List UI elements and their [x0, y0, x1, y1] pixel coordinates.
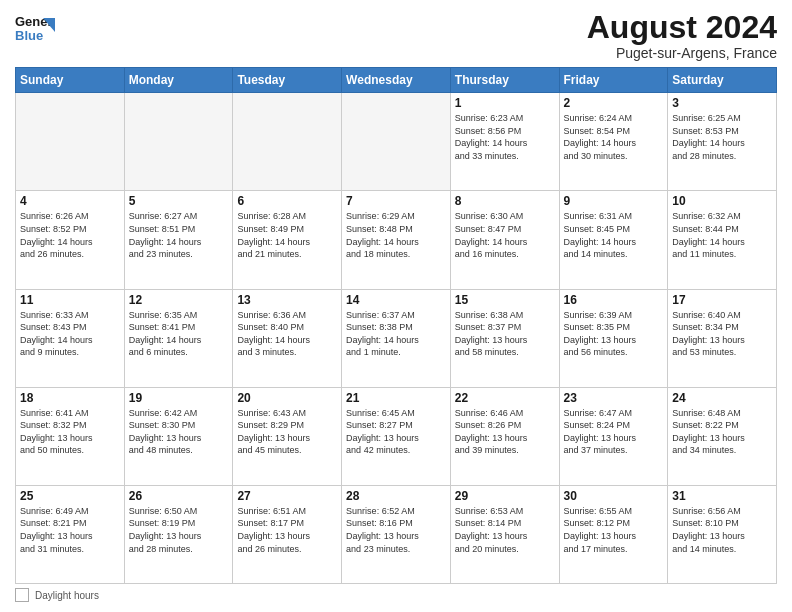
calendar-day-cell [124, 93, 233, 191]
day-number: 7 [346, 194, 446, 208]
day-info: Sunrise: 6:49 AM Sunset: 8:21 PM Dayligh… [20, 505, 120, 555]
calendar-day-cell [16, 93, 125, 191]
day-number: 18 [20, 391, 120, 405]
svg-text:Blue: Blue [15, 28, 43, 43]
day-number: 11 [20, 293, 120, 307]
calendar-week-row: 18Sunrise: 6:41 AM Sunset: 8:32 PM Dayli… [16, 387, 777, 485]
day-info: Sunrise: 6:30 AM Sunset: 8:47 PM Dayligh… [455, 210, 555, 260]
calendar-weekday-header: Friday [559, 68, 668, 93]
day-number: 16 [564, 293, 664, 307]
day-info: Sunrise: 6:27 AM Sunset: 8:51 PM Dayligh… [129, 210, 229, 260]
calendar-day-cell: 28Sunrise: 6:52 AM Sunset: 8:16 PM Dayli… [342, 485, 451, 583]
day-number: 26 [129, 489, 229, 503]
calendar-day-cell: 5Sunrise: 6:27 AM Sunset: 8:51 PM Daylig… [124, 191, 233, 289]
day-number: 21 [346, 391, 446, 405]
calendar-day-cell: 10Sunrise: 6:32 AM Sunset: 8:44 PM Dayli… [668, 191, 777, 289]
calendar-weekday-header: Tuesday [233, 68, 342, 93]
day-info: Sunrise: 6:43 AM Sunset: 8:29 PM Dayligh… [237, 407, 337, 457]
day-number: 3 [672, 96, 772, 110]
page: General Blue August 2024 Puget-sur-Argen… [0, 0, 792, 612]
calendar-week-row: 25Sunrise: 6:49 AM Sunset: 8:21 PM Dayli… [16, 485, 777, 583]
calendar-day-cell [233, 93, 342, 191]
day-info: Sunrise: 6:35 AM Sunset: 8:41 PM Dayligh… [129, 309, 229, 359]
calendar-day-cell: 26Sunrise: 6:50 AM Sunset: 8:19 PM Dayli… [124, 485, 233, 583]
day-info: Sunrise: 6:41 AM Sunset: 8:32 PM Dayligh… [20, 407, 120, 457]
day-info: Sunrise: 6:24 AM Sunset: 8:54 PM Dayligh… [564, 112, 664, 162]
day-number: 12 [129, 293, 229, 307]
day-info: Sunrise: 6:42 AM Sunset: 8:30 PM Dayligh… [129, 407, 229, 457]
day-info: Sunrise: 6:32 AM Sunset: 8:44 PM Dayligh… [672, 210, 772, 260]
calendar-day-cell: 16Sunrise: 6:39 AM Sunset: 8:35 PM Dayli… [559, 289, 668, 387]
day-info: Sunrise: 6:29 AM Sunset: 8:48 PM Dayligh… [346, 210, 446, 260]
day-number: 6 [237, 194, 337, 208]
calendar-day-cell: 23Sunrise: 6:47 AM Sunset: 8:24 PM Dayli… [559, 387, 668, 485]
calendar-day-cell: 19Sunrise: 6:42 AM Sunset: 8:30 PM Dayli… [124, 387, 233, 485]
calendar-day-cell: 22Sunrise: 6:46 AM Sunset: 8:26 PM Dayli… [450, 387, 559, 485]
calendar-day-cell: 4Sunrise: 6:26 AM Sunset: 8:52 PM Daylig… [16, 191, 125, 289]
day-info: Sunrise: 6:25 AM Sunset: 8:53 PM Dayligh… [672, 112, 772, 162]
calendar-day-cell: 21Sunrise: 6:45 AM Sunset: 8:27 PM Dayli… [342, 387, 451, 485]
calendar-day-cell: 15Sunrise: 6:38 AM Sunset: 8:37 PM Dayli… [450, 289, 559, 387]
day-info: Sunrise: 6:31 AM Sunset: 8:45 PM Dayligh… [564, 210, 664, 260]
calendar-weekday-header: Sunday [16, 68, 125, 93]
day-number: 17 [672, 293, 772, 307]
day-number: 4 [20, 194, 120, 208]
calendar-day-cell: 14Sunrise: 6:37 AM Sunset: 8:38 PM Dayli… [342, 289, 451, 387]
day-number: 2 [564, 96, 664, 110]
calendar-day-cell: 13Sunrise: 6:36 AM Sunset: 8:40 PM Dayli… [233, 289, 342, 387]
day-number: 10 [672, 194, 772, 208]
day-number: 24 [672, 391, 772, 405]
calendar-week-row: 1Sunrise: 6:23 AM Sunset: 8:56 PM Daylig… [16, 93, 777, 191]
day-number: 9 [564, 194, 664, 208]
day-info: Sunrise: 6:56 AM Sunset: 8:10 PM Dayligh… [672, 505, 772, 555]
calendar-day-cell: 9Sunrise: 6:31 AM Sunset: 8:45 PM Daylig… [559, 191, 668, 289]
calendar-day-cell: 18Sunrise: 6:41 AM Sunset: 8:32 PM Dayli… [16, 387, 125, 485]
day-info: Sunrise: 6:55 AM Sunset: 8:12 PM Dayligh… [564, 505, 664, 555]
calendar-day-cell: 12Sunrise: 6:35 AM Sunset: 8:41 PM Dayli… [124, 289, 233, 387]
day-number: 20 [237, 391, 337, 405]
day-info: Sunrise: 6:52 AM Sunset: 8:16 PM Dayligh… [346, 505, 446, 555]
logo: General Blue [15, 10, 55, 48]
day-number: 8 [455, 194, 555, 208]
day-number: 15 [455, 293, 555, 307]
day-info: Sunrise: 6:53 AM Sunset: 8:14 PM Dayligh… [455, 505, 555, 555]
calendar-day-cell: 6Sunrise: 6:28 AM Sunset: 8:49 PM Daylig… [233, 191, 342, 289]
calendar-header-row: SundayMondayTuesdayWednesdayThursdayFrid… [16, 68, 777, 93]
day-number: 25 [20, 489, 120, 503]
page-subtitle: Puget-sur-Argens, France [587, 45, 777, 61]
calendar-day-cell [342, 93, 451, 191]
calendar-weekday-header: Wednesday [342, 68, 451, 93]
logo-icon: General Blue [15, 10, 55, 48]
calendar-day-cell: 11Sunrise: 6:33 AM Sunset: 8:43 PM Dayli… [16, 289, 125, 387]
calendar-day-cell: 24Sunrise: 6:48 AM Sunset: 8:22 PM Dayli… [668, 387, 777, 485]
calendar-day-cell: 29Sunrise: 6:53 AM Sunset: 8:14 PM Dayli… [450, 485, 559, 583]
day-number: 19 [129, 391, 229, 405]
calendar-day-cell: 31Sunrise: 6:56 AM Sunset: 8:10 PM Dayli… [668, 485, 777, 583]
calendar-week-row: 4Sunrise: 6:26 AM Sunset: 8:52 PM Daylig… [16, 191, 777, 289]
calendar-day-cell: 27Sunrise: 6:51 AM Sunset: 8:17 PM Dayli… [233, 485, 342, 583]
day-number: 13 [237, 293, 337, 307]
day-info: Sunrise: 6:39 AM Sunset: 8:35 PM Dayligh… [564, 309, 664, 359]
calendar-table: SundayMondayTuesdayWednesdayThursdayFrid… [15, 67, 777, 584]
title-area: August 2024 Puget-sur-Argens, France [587, 10, 777, 61]
day-info: Sunrise: 6:51 AM Sunset: 8:17 PM Dayligh… [237, 505, 337, 555]
calendar-weekday-header: Saturday [668, 68, 777, 93]
calendar-week-row: 11Sunrise: 6:33 AM Sunset: 8:43 PM Dayli… [16, 289, 777, 387]
calendar-day-cell: 25Sunrise: 6:49 AM Sunset: 8:21 PM Dayli… [16, 485, 125, 583]
calendar-day-cell: 17Sunrise: 6:40 AM Sunset: 8:34 PM Dayli… [668, 289, 777, 387]
calendar-weekday-header: Monday [124, 68, 233, 93]
day-number: 29 [455, 489, 555, 503]
day-number: 1 [455, 96, 555, 110]
calendar-day-cell: 30Sunrise: 6:55 AM Sunset: 8:12 PM Dayli… [559, 485, 668, 583]
day-info: Sunrise: 6:33 AM Sunset: 8:43 PM Dayligh… [20, 309, 120, 359]
day-number: 30 [564, 489, 664, 503]
footer: Daylight hours [15, 588, 777, 602]
calendar-day-cell: 20Sunrise: 6:43 AM Sunset: 8:29 PM Dayli… [233, 387, 342, 485]
day-number: 5 [129, 194, 229, 208]
day-info: Sunrise: 6:36 AM Sunset: 8:40 PM Dayligh… [237, 309, 337, 359]
day-number: 23 [564, 391, 664, 405]
day-number: 28 [346, 489, 446, 503]
day-info: Sunrise: 6:47 AM Sunset: 8:24 PM Dayligh… [564, 407, 664, 457]
calendar-day-cell: 3Sunrise: 6:25 AM Sunset: 8:53 PM Daylig… [668, 93, 777, 191]
page-title: August 2024 [587, 10, 777, 45]
